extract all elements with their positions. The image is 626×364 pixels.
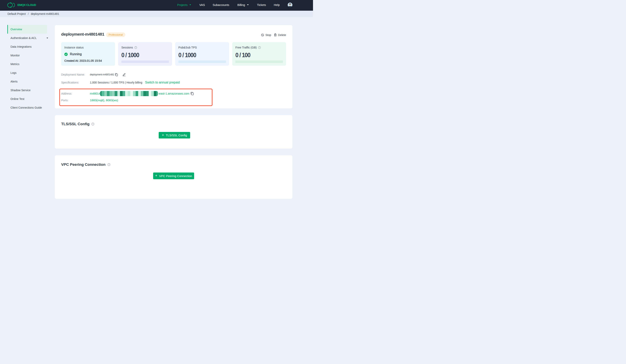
svg-text:?: ? <box>259 46 260 48</box>
svg-text:?: ? <box>135 46 136 48</box>
svg-text:?: ? <box>108 164 109 166</box>
svg-text:?: ? <box>92 123 93 125</box>
